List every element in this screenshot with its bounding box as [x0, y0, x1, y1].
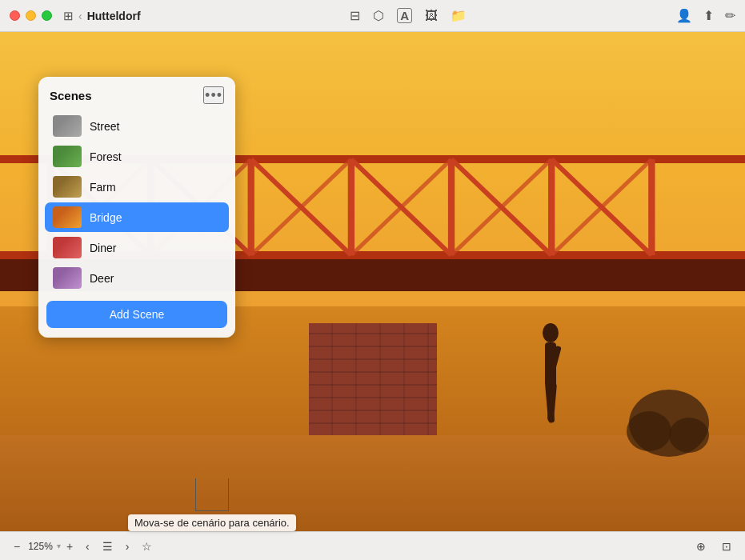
scene-thumb-bridge [53, 206, 82, 228]
zoom-out-button[interactable]: − [10, 538, 24, 554]
toolbar-right: 👤 ⬆ ✏ [676, 8, 735, 23]
tooltip-line-left [195, 478, 196, 501]
scene-item-forest[interactable]: Forest [45, 142, 229, 171]
scene-thumb-street [53, 115, 82, 137]
svg-point-21 [543, 323, 559, 342]
collaborate-icon[interactable]: ⊕ [692, 538, 710, 554]
scene-item-deer[interactable]: Deer [45, 263, 229, 293]
tooltip-line-right [228, 478, 229, 501]
tooltip-area: Mova-se de cenário para cenário. [128, 478, 296, 531]
text-icon[interactable]: A [397, 8, 412, 23]
figure-silhouette [533, 323, 569, 435]
canvas-area: Scenes ••• Street Forest Farm Bridge Din… [0, 32, 745, 531]
toolbar-right-buttons: ⊕ ⊡ [692, 538, 735, 554]
scene-label-forest: Forest [90, 150, 122, 163]
scene-thumb-forest [53, 146, 82, 167]
tooltip-bracket [195, 500, 229, 511]
bottom-toolbar: − 125% ▾ + ‹ ☰ › ☆ ⊕ ⊡ [0, 531, 745, 560]
scene-label-farm: Farm [90, 181, 116, 194]
bookmark-button[interactable]: ☆ [138, 538, 156, 554]
scene-item-bridge[interactable]: Bridge [45, 202, 229, 232]
scene-thumb-diner [53, 237, 82, 258]
edit-icon[interactable]: ✏ [725, 8, 735, 23]
scenes-more-button[interactable]: ••• [203, 86, 224, 104]
tooltip-text: Mova-se de cenário para cenário. [128, 514, 296, 531]
maximize-button[interactable] [42, 10, 52, 21]
next-scene-button[interactable]: › [122, 538, 134, 554]
user-icon[interactable]: 👤 [676, 8, 692, 23]
scene-item-farm[interactable]: Farm [45, 172, 229, 202]
nav-arrows[interactable]: ‹ [78, 10, 82, 22]
zoom-in-button[interactable]: + [62, 538, 77, 554]
scene-item-diner[interactable]: Diner [45, 233, 229, 262]
scene-label-diner: Diner [90, 242, 116, 254]
grid-icon[interactable]: ⊟ [350, 8, 360, 23]
scenes-panel: Scenes ••• Street Forest Farm Bridge Din… [38, 77, 235, 338]
zoom-control: − 125% ▾ + [10, 538, 77, 554]
scene-list-button[interactable]: ☰ [98, 538, 117, 554]
close-button[interactable] [10, 10, 20, 21]
bushes [625, 387, 713, 459]
tooltip-bracket-lines [195, 478, 229, 501]
sidebar-toggle-icon[interactable]: ⊞ [63, 9, 74, 23]
layers-icon[interactable]: ⬡ [373, 8, 384, 23]
share-icon[interactable]: ⬆ [703, 8, 714, 23]
minimize-button[interactable] [26, 10, 36, 21]
zoom-level-display[interactable]: 125% [26, 539, 55, 554]
scenes-header: Scenes ••• [38, 77, 235, 110]
folder-icon[interactable]: 📁 [451, 8, 467, 23]
scene-label-bridge: Bridge [90, 211, 122, 224]
scene-label-deer: Deer [90, 272, 114, 285]
scene-thumb-deer [53, 267, 82, 289]
prev-scene-button[interactable]: ‹ [82, 538, 94, 554]
scene-label-street: Street [90, 120, 119, 133]
view-toggle-icon[interactable]: ⊡ [718, 538, 735, 554]
back-icon[interactable]: ‹ [78, 10, 82, 22]
document-title: Hutteldorf [87, 10, 141, 22]
scene-thumb-farm [53, 176, 82, 198]
scenes-title: Scenes [50, 89, 92, 102]
zoom-chevron-icon: ▾ [57, 542, 61, 550]
svg-point-28 [669, 418, 709, 453]
toolbar-center: ⊟ ⬡ A 🖼 📁 [350, 8, 467, 23]
titlebar: ⊞ ‹ Hutteldorf ⊟ ⬡ A 🖼 📁 👤 ⬆ ✏ [0, 0, 745, 32]
add-scene-button[interactable]: Add Scene [46, 301, 227, 328]
scene-item-street[interactable]: Street [45, 111, 229, 141]
svg-point-27 [627, 411, 671, 451]
traffic-lights [10, 10, 52, 21]
image-icon[interactable]: 🖼 [425, 9, 438, 23]
